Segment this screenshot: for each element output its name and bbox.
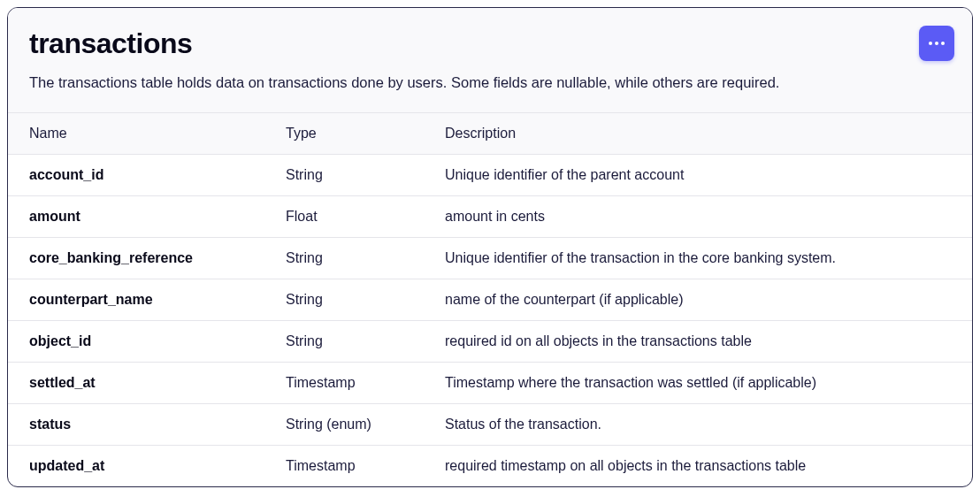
card-header: transactions The transactions table hold… (8, 8, 972, 113)
table-header-row: Name Type Description (8, 113, 972, 155)
card-title: transactions (29, 27, 951, 60)
field-type: String (286, 279, 445, 320)
field-description: Status of the transaction. (445, 404, 951, 445)
column-header-type: Type (286, 113, 445, 154)
table-row: statusString (enum)Status of the transac… (8, 404, 972, 446)
field-type: String (286, 238, 445, 279)
field-type: Float (286, 196, 445, 237)
field-name: core_banking_reference (29, 238, 286, 279)
svg-point-2 (941, 42, 945, 45)
field-description: required timestamp on all objects in the… (445, 446, 951, 486)
more-horizontal-icon (929, 42, 945, 45)
field-type: String (286, 155, 445, 195)
field-description: Unique identifier of the transaction in … (445, 238, 951, 279)
column-header-name: Name (29, 113, 286, 154)
more-button[interactable] (919, 26, 954, 61)
field-description: Unique identifier of the parent account (445, 155, 951, 195)
svg-point-1 (935, 42, 938, 45)
field-type: Timestamp (286, 363, 445, 403)
table-row: object_idStringrequired id on all object… (8, 321, 972, 363)
card-description: The transactions table holds data on tra… (29, 73, 951, 93)
table-row: counterpart_nameStringname of the counte… (8, 279, 972, 321)
field-name: account_id (29, 155, 286, 195)
field-description: required id on all objects in the transa… (445, 321, 951, 362)
table-row: core_banking_referenceStringUnique ident… (8, 238, 972, 279)
column-header-description: Description (445, 113, 951, 154)
table-row: updated_atTimestamprequired timestamp on… (8, 446, 972, 486)
transactions-card: transactions The transactions table hold… (7, 7, 973, 487)
field-name: amount (29, 196, 286, 237)
field-name: status (29, 404, 286, 445)
table-row: account_idStringUnique identifier of the… (8, 155, 972, 196)
field-type: String (286, 321, 445, 362)
table-row: amountFloatamount in cents (8, 196, 972, 238)
field-description: amount in cents (445, 196, 951, 237)
svg-point-0 (929, 42, 932, 45)
field-name: updated_at (29, 446, 286, 486)
field-description: name of the counterpart (if applicable) (445, 279, 951, 320)
field-type: Timestamp (286, 446, 445, 486)
field-type: String (enum) (286, 404, 445, 445)
table-row: settled_atTimestampTimestamp where the t… (8, 363, 972, 404)
field-description: Timestamp where the transaction was sett… (445, 363, 951, 403)
table-body: account_idStringUnique identifier of the… (8, 155, 972, 486)
field-name: counterpart_name (29, 279, 286, 320)
field-name: object_id (29, 321, 286, 362)
field-name: settled_at (29, 363, 286, 403)
